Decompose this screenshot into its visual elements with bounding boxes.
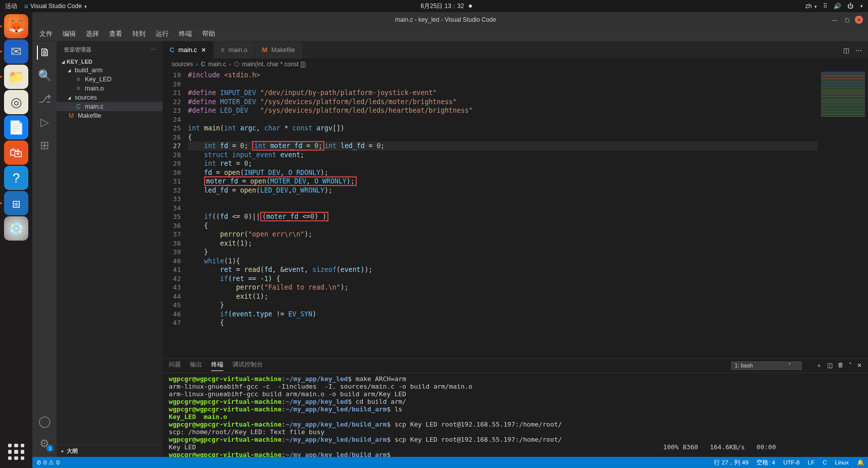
menu-help[interactable]: 帮助 (200, 29, 217, 39)
tabs: Cmain.c✕≡main.oMMakefile ◫ ⋯ (163, 41, 868, 59)
system-menu-arrow-icon[interactable]: ▾ (860, 4, 863, 9)
explorer-title: 资源管理器 (64, 46, 91, 54)
menu-goto[interactable]: 转到 (130, 29, 148, 39)
status-os[interactable]: Linux (835, 459, 849, 466)
menu-select[interactable]: 选择 (84, 29, 101, 39)
window-title: main.c - key_led - Visual Studio Code (63, 16, 829, 23)
outline-section[interactable]: ▸大纲 (57, 445, 163, 457)
activities-label[interactable]: 活动 (5, 2, 17, 11)
tree-sources[interactable]: sources (57, 93, 163, 102)
input-lang[interactable]: zh ▾ (805, 3, 817, 10)
bottom-panel: 问题 输出 终端 调试控制台 1: bash˅ ＋ ◫ 🗑 ˄ ✕ (163, 358, 868, 457)
tree-main-o[interactable]: ≡main.o (57, 84, 163, 93)
status-eol[interactable]: LF (808, 459, 814, 466)
activity-account-icon[interactable]: ◯ (37, 414, 52, 429)
terminal-chevron-icon[interactable]: ˄ (849, 362, 852, 369)
topbar-app-name[interactable]: ⧆Visual Studio Code ▾ (24, 3, 87, 10)
close-button[interactable]: ✕ (855, 16, 863, 24)
vscode-window: main.c - key_led - Visual Studio Code — … (32, 12, 868, 468)
terminal-split-icon[interactable]: ◫ (827, 362, 833, 369)
dock-thunderbird-icon[interactable]: ✉ (4, 39, 28, 64)
vscode-body: 🗎 🔍 ⎇ ▷ ⊞ ◯ ⚙ 资源管理器 ⋯ ◢KEY_LED build_ar (32, 41, 868, 457)
tab-main-o[interactable]: ≡main.o (214, 41, 255, 59)
maximize-button[interactable]: ▢ (843, 16, 851, 24)
dock-disc-icon[interactable]: 💿 (4, 216, 28, 241)
titlebar: main.c - key_led - Visual Studio Code — … (32, 12, 868, 27)
dock-vscode-icon[interactable]: ⧆ (4, 191, 28, 215)
breadcrumbs[interactable]: sources› C main.c› ⬡ main(int, char * co… (163, 59, 868, 70)
more-icon[interactable]: ⋯ (150, 46, 156, 53)
dock-files-icon[interactable]: 📁 (4, 65, 28, 89)
dock-rhythmbox-icon[interactable]: ◎ (4, 90, 28, 114)
minimap[interactable] (817, 70, 868, 358)
menu-run[interactable]: 运行 (154, 29, 171, 39)
activity-search-icon[interactable]: 🔍 (37, 69, 52, 83)
tree-build-arm[interactable]: build_arm (57, 66, 163, 75)
activity-settings-icon[interactable]: ⚙ (37, 437, 52, 451)
split-editor-icon[interactable]: ◫ (843, 46, 849, 54)
menu-file[interactable]: 文件 (37, 29, 55, 39)
desktop: 🦊 ✉ 📁 ◎ 📄 🛍 ? ⧆ 💿 main.c - key_led - Vis… (0, 12, 868, 468)
sidebar: 资源管理器 ⋯ ◢KEY_LED build_arm ≡Key_LED ≡mai… (57, 41, 163, 457)
terminal-close-icon[interactable]: ✕ (857, 362, 862, 369)
activity-extensions-icon[interactable]: ⊞ (37, 138, 52, 153)
tab-main-c[interactable]: Cmain.c✕ (163, 41, 214, 59)
panel-terminal[interactable]: 终端 (211, 361, 223, 371)
status-errors[interactable]: ⊘ 0 ⚠ 0 (36, 459, 60, 466)
activity-git-icon[interactable]: ⎇ (37, 92, 52, 106)
activity-run-icon[interactable]: ▷ (37, 115, 52, 129)
status-bar: ⊘ 0 ⚠ 0 行 27，列 49 空格: 4 UTF-8 LF C Linux… (32, 457, 868, 468)
menubar: 文件 编辑 选择 查看 转到 运行 终端 帮助 (32, 27, 868, 41)
panel-debug[interactable]: 调试控制台 (232, 361, 263, 371)
gnome-clock[interactable]: 6月25日 13：32 (420, 3, 464, 10)
terminal-kill-icon[interactable]: 🗑 (838, 362, 844, 369)
dock-help-icon[interactable]: ? (4, 166, 28, 190)
volume-icon[interactable]: 🔊 (834, 3, 841, 10)
terminal-select[interactable]: 1: bash˅ (731, 361, 802, 370)
editor[interactable]: 1920212223242526272829303132333435363738… (163, 70, 868, 358)
terminal-body[interactable]: wgpcgr@wgpcgr-virtual-machine:~/my_app/k… (163, 373, 868, 457)
activity-bar: 🗎 🔍 ⎇ ▷ ⊞ ◯ ⚙ (32, 41, 57, 457)
status-spaces[interactable]: 空格: 4 (756, 459, 775, 466)
panel-output[interactable]: 输出 (190, 361, 202, 371)
power-icon[interactable]: ⏻ (847, 3, 853, 10)
tree-main-c[interactable]: Cmain.c (57, 102, 163, 111)
gnome-topbar: 活动 ⧆Visual Studio Code ▾ 6月25日 13：32 zh … (0, 0, 868, 12)
sidebar-header: 资源管理器 ⋯ (57, 41, 163, 58)
tab-more-icon[interactable]: ⋯ (855, 46, 862, 54)
status-notification-icon[interactable]: 🔔 (857, 459, 864, 466)
menu-edit[interactable]: 编辑 (61, 29, 78, 39)
dock: 🦊 ✉ 📁 ◎ 📄 🛍 ? ⧆ 💿 (0, 12, 32, 468)
tree-key-led-bin[interactable]: ≡Key_LED (57, 75, 163, 84)
dock-writer-icon[interactable]: 📄 (4, 115, 28, 139)
dock-firefox-icon[interactable]: 🦊 (4, 14, 28, 38)
dock-software-icon[interactable]: 🛍 (4, 141, 28, 165)
panel-problems[interactable]: 问题 (169, 361, 181, 371)
terminal-new-icon[interactable]: ＋ (816, 362, 822, 369)
status-lang[interactable]: C (823, 459, 827, 466)
menu-view[interactable]: 查看 (107, 29, 124, 39)
status-encoding[interactable]: UTF-8 (783, 459, 800, 466)
network-icon[interactable]: ⠿ (823, 3, 828, 10)
notification-dot-icon (469, 5, 472, 8)
editor-column: Cmain.c✕≡main.oMMakefile ◫ ⋯ sources› C … (163, 41, 868, 457)
tree-makefile[interactable]: MMakefile (57, 111, 163, 120)
tab-Makefile[interactable]: MMakefile (255, 41, 303, 59)
workspace-root[interactable]: ◢KEY_LED (57, 58, 163, 66)
status-linecol[interactable]: 行 27，列 49 (714, 459, 748, 466)
activity-explorer-icon[interactable]: 🗎 (37, 45, 51, 60)
minimize-button[interactable]: — (831, 16, 839, 24)
menu-terminal[interactable]: 终端 (177, 29, 194, 39)
dock-apps-grid-icon[interactable] (5, 441, 27, 463)
